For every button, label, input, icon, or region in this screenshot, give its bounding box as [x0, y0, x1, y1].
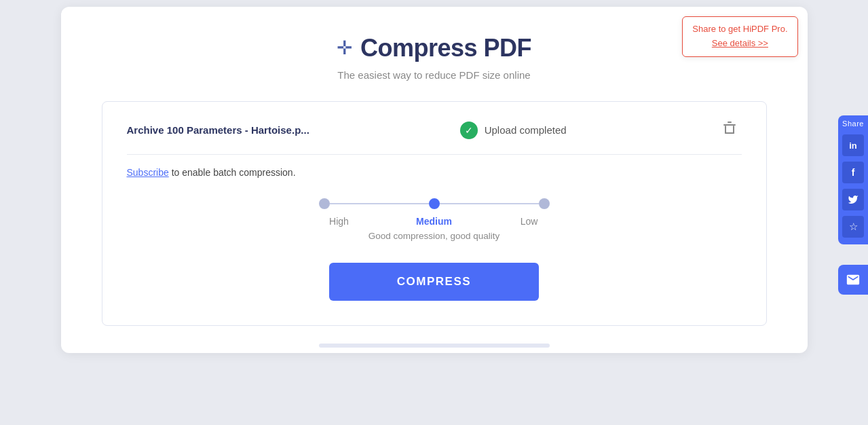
slider-track[interactable]: [319, 198, 550, 209]
track-line-left: [330, 203, 429, 204]
labels-row: High Medium Low: [319, 216, 550, 227]
trash-icon: [723, 121, 736, 136]
content-area: Archive 100 Parameters - Hartoise.p... ✓…: [102, 101, 767, 326]
medium-dot[interactable]: [429, 198, 440, 209]
subscribe-rest-text: to enable batch compression.: [169, 167, 296, 178]
linkedin-icon: in: [849, 141, 857, 151]
share-label: Share: [842, 119, 864, 128]
tooltip-link[interactable]: See details >>: [712, 38, 768, 48]
svg-rect-4: [725, 132, 734, 134]
star-icon: ☆: [849, 221, 858, 233]
main-card: Share to get HiPDF Pro. See details >> ✛…: [61, 7, 808, 353]
scroll-indicator: [319, 344, 550, 348]
side-email-button[interactable]: [838, 265, 868, 295]
label-high[interactable]: High: [319, 216, 360, 227]
label-low[interactable]: Low: [509, 216, 550, 227]
subscribe-row: Subscribe to enable batch compression.: [127, 167, 742, 178]
subscribe-link[interactable]: Subscribe: [127, 167, 169, 178]
facebook-icon: f: [852, 167, 855, 178]
file-name: Archive 100 Parameters - Hartoise.p...: [127, 124, 309, 136]
file-row: Archive 100 Parameters - Hartoise.p... ✓…: [127, 118, 742, 155]
high-dot[interactable]: [319, 198, 330, 209]
upload-status-text: Upload completed: [485, 124, 567, 136]
page-title: Compress PDF: [360, 34, 531, 62]
compress-pdf-icon: ✛: [337, 39, 352, 58]
twitter-share-button[interactable]: [842, 189, 864, 210]
compression-description: Good compression, good quality: [369, 231, 500, 241]
svg-rect-0: [723, 124, 736, 126]
svg-rect-1: [728, 122, 732, 123]
bookmark-share-button[interactable]: ☆: [842, 216, 864, 238]
compress-button[interactable]: COMPRESS: [329, 263, 539, 301]
compression-slider-area: High Medium Low Good compression, good q…: [127, 198, 742, 241]
check-icon: ✓: [460, 122, 478, 139]
pro-tooltip: Share to get HiPDF Pro. See details >>: [682, 16, 797, 57]
page-subtitle: The easiest way to reduce PDF size onlin…: [102, 69, 767, 81]
track-line-right: [440, 203, 539, 204]
facebook-share-button[interactable]: f: [842, 162, 864, 183]
twitter-icon: [848, 194, 858, 205]
email-icon: [846, 272, 861, 287]
upload-status-area: ✓ Upload completed: [460, 122, 567, 139]
page-header: ✛ Compress PDF The easiest way to reduce…: [102, 34, 767, 81]
low-dot[interactable]: [539, 198, 550, 209]
label-medium[interactable]: Medium: [414, 216, 455, 227]
delete-button[interactable]: [717, 118, 742, 142]
side-share-panel: Share in f ☆: [838, 115, 868, 244]
tooltip-line1: Share to get HiPDF Pro.: [692, 24, 787, 34]
linkedin-share-button[interactable]: in: [842, 134, 864, 156]
